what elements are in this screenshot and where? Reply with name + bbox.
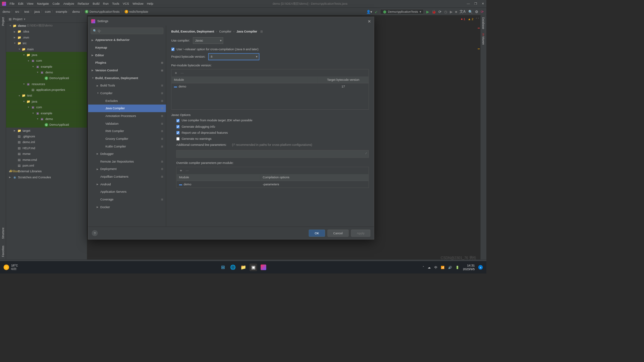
crumb[interactable]: java (34, 10, 40, 13)
remove-override-icon[interactable]: — (186, 169, 189, 173)
minimize-icon[interactable]: — (467, 2, 470, 6)
project-tool-button[interactable]: Project (1, 17, 4, 26)
tree-node[interactable]: ▼▣demo (6, 69, 87, 75)
bytecode-version-select[interactable]: 8 (208, 53, 259, 60)
bytecode-table[interactable]: ModuleTarget bytecode version ▬demo17 (171, 76, 369, 90)
settings-tree-item[interactable]: Java Compiler⊞ (88, 105, 166, 112)
menu-build[interactable]: Build (93, 2, 99, 6)
tree-node[interactable]: ▼▣resources (6, 81, 87, 87)
menu-edit[interactable]: Edit (18, 2, 23, 6)
tray-battery-icon[interactable]: 🔋 (455, 265, 459, 269)
stop-icon[interactable]: ■ (455, 9, 457, 13)
run-icon[interactable]: ▶ (426, 9, 429, 13)
vcs-update-icon[interactable]: ↙ (375, 9, 378, 13)
opt-module-jdk-checkbox[interactable] (176, 119, 180, 122)
error-indicator[interactable]: ● 1 (461, 17, 465, 21)
maven-tool-button[interactable]: m Maven (482, 33, 485, 45)
user-icon[interactable]: 👤▾ (366, 9, 372, 13)
settings-tree-item[interactable]: Plugins⊞ (88, 59, 166, 67)
profile-icon[interactable]: ◷ (444, 9, 447, 13)
menu-refactor[interactable]: Refactor (78, 2, 89, 6)
menu-tools[interactable]: Tools (112, 2, 119, 6)
settings-search-input[interactable]: 🔍 Q- (91, 27, 163, 34)
warning-stripe[interactable] (478, 49, 480, 49)
settings-tree-item[interactable]: Excludes⊞ (88, 97, 166, 105)
start-icon[interactable]: ⊞ (219, 263, 227, 271)
add-module-icon[interactable]: ＋ (174, 71, 178, 75)
tray-wifi-icon[interactable]: 📶 (441, 265, 444, 269)
warning-indicator[interactable]: ▲ 2 (468, 17, 474, 21)
notification-count[interactable]: 4 (478, 265, 483, 270)
crumb[interactable]: demo (72, 10, 80, 13)
tree-node[interactable]: ▼▣demo (6, 116, 87, 122)
menu-help[interactable]: Help (147, 2, 153, 6)
crumb[interactable]: redisTemplate (129, 10, 148, 13)
run-config-selector[interactable]: ⬤ DemoApplicationTests▾ (380, 9, 424, 14)
crumb[interactable]: demo (3, 10, 10, 13)
crumb[interactable]: test (24, 10, 30, 13)
crumb[interactable]: example (56, 10, 67, 13)
tree-node[interactable]: ▼▣example (6, 64, 87, 69)
crumb[interactable]: com (45, 10, 51, 13)
opt-deprecated-checkbox[interactable] (176, 131, 180, 134)
tree-node[interactable]: ▼▣com (6, 58, 87, 63)
menu-analyze[interactable]: Analyze (63, 2, 74, 6)
use-compiler-select[interactable]: Javac (193, 37, 223, 44)
tree-node[interactable]: ▼📁main (6, 46, 87, 52)
terminal-app-icon[interactable]: ▣ (250, 263, 257, 271)
tree-node[interactable]: ▼▣example (6, 110, 87, 116)
jrebel-icon[interactable]: ⟳ (481, 9, 484, 13)
weather-widget[interactable]: 18°C晴朗 (4, 264, 18, 271)
settings-tree[interactable]: ▶Appearance & BehaviorKeymap▶EditorPlugi… (88, 36, 166, 227)
settings-icon[interactable]: ⚙ (475, 9, 478, 13)
settings-tree-item[interactable]: ▶Appearance & Behavior (88, 36, 166, 44)
settings-tree-item[interactable]: RMI Compiler⊞ (88, 127, 166, 135)
structure-tool-button[interactable]: Structure (1, 228, 4, 239)
settings-tree-item[interactable]: ▶Android (88, 180, 166, 188)
menu-file[interactable]: File (10, 2, 15, 6)
settings-tree-item[interactable]: ▶Debugger (88, 150, 166, 158)
tray-volume-icon[interactable]: 🔊 (448, 265, 452, 269)
menu-vcs[interactable]: VCS (123, 2, 129, 6)
settings-tree-item[interactable]: Groovy Compiler⊞ (88, 135, 166, 143)
tray-chevron-icon[interactable]: ˄ (423, 265, 424, 269)
favorites-tool-button[interactable]: Favorites (1, 245, 4, 257)
translate-icon[interactable]: 文A (460, 9, 466, 14)
tray-cloud-icon[interactable]: ☁ (428, 265, 431, 269)
expand-icon[interactable]: ⤢ (365, 152, 367, 155)
menu-navigate[interactable]: Navigate (37, 2, 49, 6)
menu-code[interactable]: Code (52, 2, 60, 6)
search-everywhere-icon[interactable]: 🔍 (468, 9, 473, 13)
add-override-icon[interactable]: ＋ (179, 168, 183, 173)
tree-node[interactable]: ▤application.properties (6, 87, 87, 93)
remove-module-icon[interactable]: — (180, 71, 183, 75)
crumb[interactable]: src (15, 10, 19, 13)
settings-tree-item[interactable]: Application Servers (88, 188, 166, 196)
database-tool-button[interactable]: Database (482, 17, 485, 29)
tree-node[interactable]: ▼📁java (6, 52, 87, 58)
close-window-icon[interactable]: ✕ (482, 2, 484, 6)
menu-window[interactable]: Window (132, 2, 143, 6)
tray-clock[interactable]: 14:312023/9/5 (463, 264, 475, 271)
cancel-button[interactable]: Cancel (327, 230, 348, 237)
tree-node[interactable]: ▶📁.mvn (6, 35, 87, 40)
help-button[interactable]: ? (92, 230, 98, 236)
maximize-icon[interactable]: ❐ (474, 2, 477, 6)
tree-node[interactable]: ▼▣com (6, 104, 87, 110)
tree-node[interactable]: ▶📁target (6, 128, 87, 133)
error-stripe[interactable] (478, 28, 480, 28)
menu-view[interactable]: View (27, 2, 33, 6)
tree-node[interactable]: CDemoApplicati (6, 122, 87, 127)
explorer-icon[interactable]: 📁 (239, 263, 247, 271)
tree-node[interactable]: ▼📁java (6, 99, 87, 104)
menu-run[interactable]: Run (103, 2, 109, 6)
tree-node[interactable]: ▤HELP.md (6, 145, 87, 151)
apply-button[interactable]: Apply (351, 230, 370, 237)
tree-node[interactable]: ▤.gitignore (6, 133, 87, 139)
close-dialog-icon[interactable]: ✕ (368, 19, 371, 23)
chevron-down-icon[interactable]: ▾ (24, 17, 25, 21)
override-table[interactable]: ModuleCompilation options ▬demo-paramete… (176, 174, 368, 188)
tree-node[interactable]: ▶📁.idea (6, 28, 87, 34)
opt-nowarn-checkbox[interactable] (176, 137, 180, 140)
settings-tree-item[interactable]: ▼Compiler⊞ (88, 89, 166, 97)
